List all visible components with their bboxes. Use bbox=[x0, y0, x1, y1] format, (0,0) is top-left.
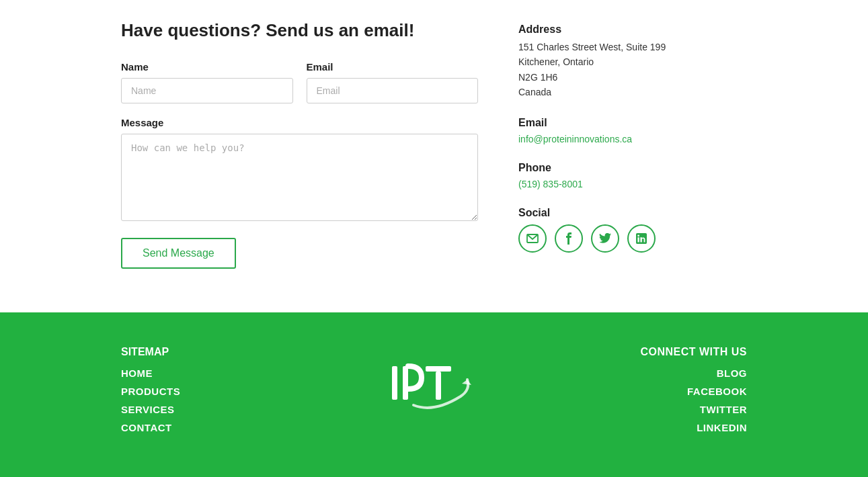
name-group: Name bbox=[121, 61, 293, 103]
svg-rect-3 bbox=[426, 366, 451, 372]
phone-block: Phone (519) 835-8001 bbox=[518, 162, 747, 190]
social-block: Social bbox=[518, 207, 747, 253]
svg-marker-5 bbox=[462, 380, 471, 385]
sitemap-label: SITEMAP bbox=[121, 346, 329, 358]
footer-nav-blog[interactable]: BLOG bbox=[717, 367, 747, 379]
svg-rect-1 bbox=[392, 366, 397, 400]
footer-left: SITEMAP HOME PRODUCTS SERVICES CONTACT bbox=[121, 346, 329, 433]
svg-rect-4 bbox=[436, 372, 441, 400]
footer: SITEMAP HOME PRODUCTS SERVICES CONTACT bbox=[0, 312, 868, 477]
message-group: Message bbox=[121, 117, 478, 221]
footer-nav-products[interactable]: PRODUCTS bbox=[121, 386, 329, 397]
svg-rect-2 bbox=[403, 366, 408, 400]
social-icons-row bbox=[518, 224, 747, 253]
footer-center bbox=[329, 346, 538, 420]
name-email-row: Name Email bbox=[121, 61, 478, 103]
address-line4: Canada bbox=[518, 85, 747, 99]
address-line1: 151 Charles Street West, Suite 199 bbox=[518, 40, 747, 54]
message-label: Message bbox=[121, 117, 478, 128]
email-info-label: Email bbox=[518, 117, 747, 129]
name-input[interactable] bbox=[121, 78, 293, 103]
footer-nav-services[interactable]: SERVICES bbox=[121, 404, 329, 415]
linkedin-icon[interactable] bbox=[627, 224, 656, 253]
footer-nav-contact[interactable]: CONTACT bbox=[121, 422, 329, 433]
address-label: Address bbox=[518, 24, 747, 36]
footer-nav-twitter[interactable]: TWITTER bbox=[700, 404, 747, 415]
connect-with-us-label: CONNECT WITH US bbox=[640, 346, 747, 358]
phone-link[interactable]: (519) 835-8001 bbox=[518, 179, 583, 189]
contact-form: Name Email Message Send Message bbox=[121, 61, 478, 269]
facebook-icon[interactable] bbox=[555, 224, 583, 253]
social-label: Social bbox=[518, 207, 747, 219]
footer-nav-linkedin[interactable]: LINKEDIN bbox=[697, 422, 747, 433]
twitter-icon[interactable] bbox=[591, 224, 619, 253]
contact-heading: Have questions? Send us an email! bbox=[121, 20, 478, 41]
message-textarea[interactable] bbox=[121, 134, 478, 221]
email-info-block: Email info@proteininnovations.ca bbox=[518, 117, 747, 145]
email-group: Email bbox=[307, 61, 479, 103]
footer-nav-home[interactable]: HOME bbox=[121, 367, 329, 379]
ipt-logo bbox=[380, 346, 487, 420]
address-line3: N2G 1H6 bbox=[518, 70, 747, 85]
send-message-button[interactable]: Send Message bbox=[121, 238, 236, 269]
contact-form-area: Have questions? Send us an email! Name E… bbox=[121, 20, 518, 286]
email-link[interactable]: info@proteininnovations.ca bbox=[518, 134, 632, 144]
phone-label: Phone bbox=[518, 162, 747, 174]
address-line2: Kitchener, Ontario bbox=[518, 54, 747, 69]
footer-nav-facebook[interactable]: FACEBOOK bbox=[687, 386, 747, 397]
address-block: Address 151 Charles Street West, Suite 1… bbox=[518, 24, 747, 100]
email-input[interactable] bbox=[307, 78, 479, 103]
email-label: Email bbox=[307, 61, 479, 73]
contact-section: Have questions? Send us an email! Name E… bbox=[0, 0, 868, 312]
name-label: Name bbox=[121, 61, 293, 73]
footer-sitemap-nav: SITEMAP HOME PRODUCTS SERVICES CONTACT bbox=[121, 346, 329, 433]
contact-info-area: Address 151 Charles Street West, Suite 1… bbox=[518, 20, 747, 286]
email-social-icon[interactable] bbox=[518, 224, 547, 253]
footer-connect-nav: BLOG FACEBOOK TWITTER LINKEDIN bbox=[687, 367, 747, 433]
footer-right: CONNECT WITH US BLOG FACEBOOK TWITTER LI… bbox=[539, 346, 747, 433]
